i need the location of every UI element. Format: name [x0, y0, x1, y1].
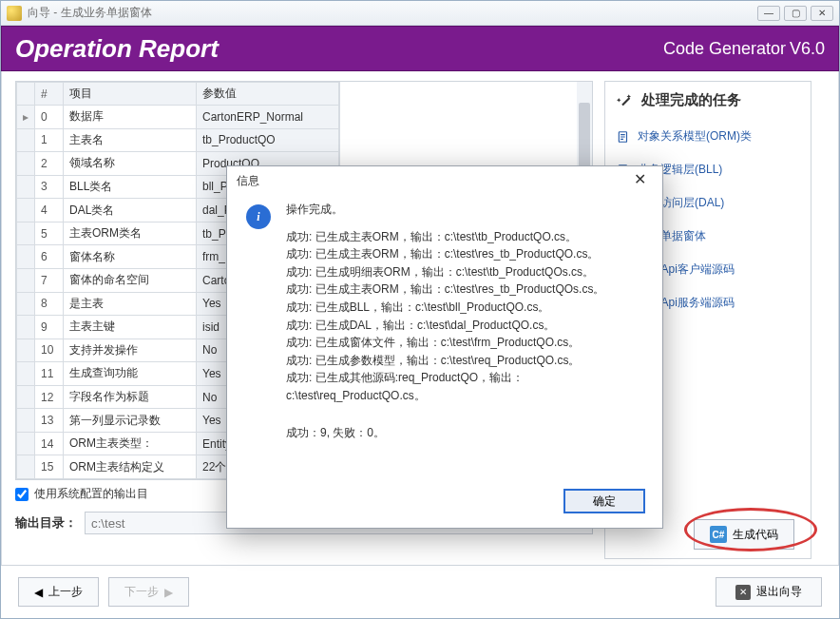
info-dialog: 信息 ✕ i 操作完成。 成功: 已生成主表ORM，输出：c:\test\tb_… — [226, 165, 663, 529]
param-name: 是主表 — [64, 292, 197, 316]
log-line: 成功: 已生成明细表ORM，输出：c:\test\tb_ProductQOs.c… — [286, 263, 641, 281]
next-label: 下一步 — [124, 584, 159, 600]
row-indicator — [17, 362, 35, 386]
page-icon — [617, 130, 630, 144]
table-row[interactable]: ▸0数据库CartonERP_Normal — [17, 106, 339, 129]
exit-label: 退出向导 — [756, 584, 802, 600]
row-number: 12 — [35, 385, 64, 409]
wand-icon — [617, 92, 634, 109]
col-num[interactable]: # — [35, 83, 64, 106]
row-number: 6 — [35, 245, 64, 269]
dialog-message: 操作完成。 成功: 已生成主表ORM，输出：c:\test\tb_Product… — [286, 201, 641, 474]
maximize-button[interactable]: ▢ — [784, 6, 807, 21]
log-line: 成功: 已生成其他源码:req_ProductQO，输出：c:\test\req… — [286, 369, 641, 404]
exit-button[interactable]: ✕ 退出向导 — [716, 577, 822, 607]
log-line: 成功: 已生成主表ORM，输出：c:\test\res_tb_ProductQO… — [286, 245, 641, 263]
dialog-close-button[interactable]: ✕ — [626, 171, 653, 190]
row-indicator — [17, 432, 35, 455]
task-item[interactable]: 对象关系模型(ORM)类 — [617, 128, 799, 145]
param-name: 窗体的命名空间 — [64, 268, 197, 292]
ok-label: 确定 — [593, 493, 616, 510]
chevron-left-icon: ◀ — [34, 586, 43, 599]
output-dir-label: 输出目录： — [15, 514, 77, 532]
minimize-button[interactable]: — — [757, 6, 780, 21]
param-name: 生成查询功能 — [64, 362, 197, 386]
log-line: 成功: 已生成BLL，输出：c:\test\bll_ProductQO.cs。 — [286, 299, 641, 317]
param-name: 主表ORM类名 — [64, 222, 197, 245]
banner-title: Operation Report — [15, 34, 219, 64]
row-number: 7 — [35, 268, 64, 292]
row-indicator — [17, 222, 35, 245]
footer: ◀ 上一步 下一步 ▶ ✕ 退出向导 — [1, 565, 839, 618]
row-number: 11 — [35, 362, 64, 386]
param-value[interactable]: tb_ProductQO — [197, 128, 339, 152]
row-indicator — [17, 128, 35, 152]
row-indicator — [17, 245, 35, 269]
banner: Operation Report Code Generator V6.0 — [1, 26, 839, 71]
row-number: 14 — [35, 432, 64, 455]
row-number: 1 — [35, 128, 64, 152]
task-label: 对象关系模型(ORM)类 — [638, 128, 752, 145]
log-line: 成功: 已生成参数模型，输出：c:\test\req_ProductQO.cs。 — [286, 352, 641, 370]
row-indicator — [17, 316, 35, 339]
row-number: 4 — [35, 199, 64, 222]
ok-button[interactable]: 确定 — [563, 489, 645, 513]
info-icon: i — [246, 204, 271, 229]
row-indicator — [17, 268, 35, 292]
row-number: 13 — [35, 409, 64, 433]
generate-code-button[interactable]: C# 生成代码 — [694, 519, 794, 550]
row-indicator: ▸ — [17, 106, 35, 129]
param-name: 领域名称 — [64, 152, 197, 176]
use-system-output-checkbox[interactable] — [15, 488, 29, 501]
csharp-icon: C# — [710, 526, 727, 543]
param-name: ORM主表结构定义 — [64, 455, 197, 479]
row-indicator — [17, 385, 35, 409]
close-button[interactable]: ✕ — [811, 6, 833, 21]
row-indicator — [17, 175, 35, 199]
product-name: Code Generator — [663, 39, 786, 59]
generate-button-wrap: C# 生成代码 — [694, 519, 794, 550]
param-value[interactable]: CartonERP_Normal — [197, 106, 339, 129]
param-name: 主表主键 — [64, 316, 197, 339]
dialog-body: i 操作完成。 成功: 已生成主表ORM，输出：c:\test\tb_Produ… — [227, 195, 662, 484]
prev-label: 上一步 — [48, 584, 83, 600]
banner-right: Code Generator V6.0 — [663, 39, 825, 59]
row-indicator — [17, 455, 35, 479]
table-row[interactable]: 1主表名tb_ProductQO — [17, 128, 339, 152]
param-name: 窗体名称 — [64, 245, 197, 269]
row-number: 3 — [35, 175, 64, 199]
param-name: 主表名 — [64, 128, 197, 152]
param-name: 支持并发操作 — [64, 339, 197, 362]
row-number: 10 — [35, 339, 64, 362]
param-name: DAL类名 — [64, 199, 197, 222]
chevron-right-icon: ▶ — [164, 586, 173, 599]
row-number: 9 — [35, 316, 64, 339]
app-icon — [7, 6, 22, 21]
param-name: 字段名作为标题 — [64, 385, 197, 409]
side-title: 处理完成的任务 — [641, 91, 741, 109]
window-title: 向导 - 生成业务单据窗体 — [28, 5, 152, 21]
param-name: 数据库 — [64, 106, 197, 129]
product-version: V6.0 — [790, 39, 825, 59]
next-button[interactable]: 下一步 ▶ — [108, 577, 189, 607]
row-number: 15 — [35, 455, 64, 479]
side-title-row: 处理完成的任务 — [617, 91, 799, 109]
row-number: 8 — [35, 292, 64, 316]
row-indicator — [17, 409, 35, 433]
col-value[interactable]: 参数值 — [197, 83, 339, 106]
prev-button[interactable]: ◀ 上一步 — [18, 577, 99, 607]
log-line: 成功: 已生成主表ORM，输出：c:\test\res_tb_ProductQO… — [286, 280, 641, 299]
dialog-header-text: 操作完成。 — [286, 201, 641, 219]
dialog-summary: 成功：9, 失败：0。 — [286, 424, 641, 442]
param-name: 第一列显示记录数 — [64, 409, 197, 433]
row-indicator — [17, 199, 35, 222]
row-number: 5 — [35, 222, 64, 245]
col-name[interactable]: 项目 — [64, 83, 197, 106]
row-indicator — [17, 292, 35, 316]
dialog-footer: 确定 — [227, 484, 662, 528]
param-name: BLL类名 — [64, 175, 197, 199]
generate-label: 生成代码 — [733, 527, 778, 543]
row-number: 0 — [35, 106, 64, 129]
row-number: 2 — [35, 152, 64, 176]
grid-corner — [17, 83, 35, 106]
